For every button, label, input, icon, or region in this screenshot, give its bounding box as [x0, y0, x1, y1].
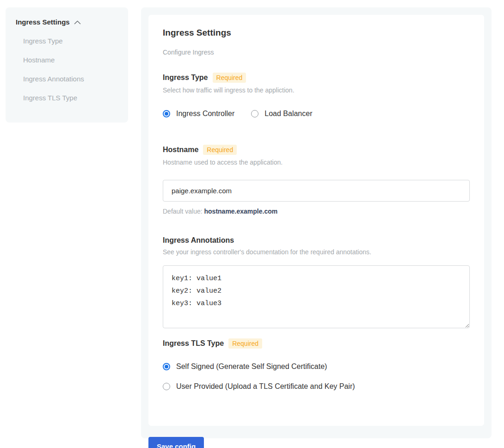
required-badge: Required [213, 73, 246, 83]
group-ingress-tls-type: Ingress TLS Type Required Self Signed (G… [163, 338, 470, 391]
radio-ingress-controller[interactable]: Ingress Controller [163, 110, 234, 118]
group-help-ingress-annotations: See your ingress controller's documentat… [163, 248, 470, 256]
radio-load-balancer[interactable]: Load Balancer [251, 110, 312, 118]
sidebar-item-ingress-tls-type[interactable]: Ingress TLS Type [16, 94, 118, 102]
group-ingress-type: Ingress Type Required Select how traffic… [163, 73, 470, 118]
radio-selected-icon[interactable] [163, 363, 170, 370]
ingress-tls-radio-group: Self Signed (Generate Self Signed Certif… [163, 362, 470, 391]
group-label-ingress-type: Ingress Type [163, 74, 208, 82]
sidebar-item-hostname[interactable]: Hostname [16, 56, 118, 64]
radio-selected-icon[interactable] [163, 110, 170, 117]
radio-label: Load Balancer [264, 110, 312, 118]
group-hostname: Hostname Required Hostname used to acces… [163, 145, 470, 215]
radio-user-provided[interactable]: User Provided (Upload a TLS Certificate … [163, 382, 470, 391]
group-label-ingress-annotations: Ingress Annotations [163, 236, 234, 245]
group-ingress-annotations: Ingress Annotations See your ingress con… [163, 236, 470, 328]
config-nav-sidebar: Ingress Settings Ingress Type Hostname I… [6, 7, 128, 123]
chevron-up-icon [74, 20, 81, 25]
sidebar-item-ingress-annotations[interactable]: Ingress Annotations [16, 75, 118, 83]
group-help-ingress-type: Select how traffic will ingress to the a… [163, 86, 470, 94]
default-value-text: hostname.example.com [204, 208, 278, 215]
default-value-prefix: Default value: [163, 208, 203, 215]
radio-label: Ingress Controller [176, 110, 234, 118]
group-help-hostname: Hostname used to access the application. [163, 159, 470, 166]
page-subtitle: Configure Ingress [163, 49, 470, 56]
config-card: Ingress Settings Configure Ingress Ingre… [148, 15, 484, 426]
ingress-annotations-textarea[interactable]: key1: value1 key2: value2 key3: value3 [163, 265, 470, 328]
hostname-default-value-line: Default value: hostname.example.com [163, 208, 470, 215]
radio-unselected-icon[interactable] [163, 383, 170, 390]
sidebar-group-label: Ingress Settings [16, 18, 70, 26]
config-main-panel: Ingress Settings Configure Ingress Ingre… [141, 7, 492, 438]
required-badge: Required [203, 145, 237, 155]
page-title: Ingress Settings [163, 28, 470, 38]
group-label-ingress-tls-type: Ingress TLS Type [163, 339, 224, 348]
sidebar-group-ingress-settings[interactable]: Ingress Settings [16, 18, 118, 26]
radio-unselected-icon[interactable] [251, 110, 258, 117]
sidebar-item-ingress-type[interactable]: Ingress Type [16, 37, 118, 45]
ingress-type-radio-group: Ingress Controller Load Balancer [163, 110, 470, 118]
group-label-hostname: Hostname [163, 146, 198, 154]
radio-label: User Provided (Upload a TLS Certificate … [176, 382, 355, 391]
radio-label: Self Signed (Generate Self Signed Certif… [176, 362, 327, 371]
radio-self-signed[interactable]: Self Signed (Generate Self Signed Certif… [163, 362, 470, 371]
required-badge: Required [228, 338, 262, 349]
hostname-input[interactable] [163, 180, 470, 202]
save-config-button[interactable]: Save config [148, 437, 204, 448]
